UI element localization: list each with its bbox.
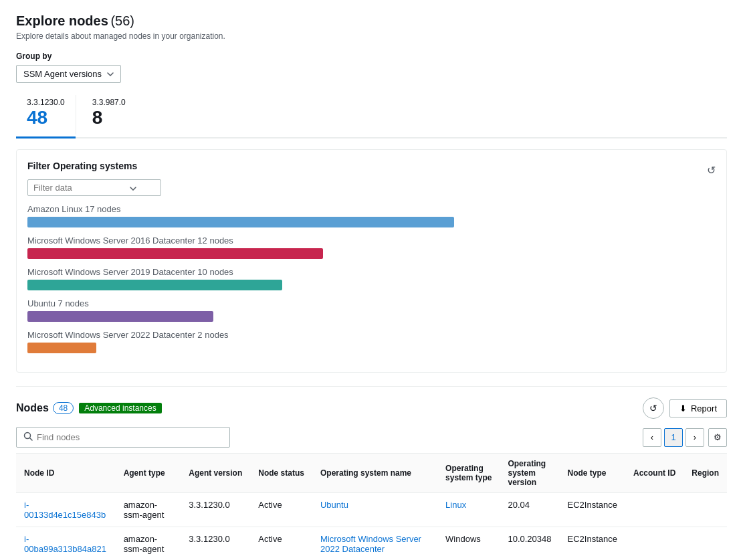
cell-region-1	[683, 527, 727, 561]
report-button[interactable]: ⬇ Report	[669, 399, 727, 417]
os-bar-3	[27, 311, 213, 322]
svg-line-1	[30, 438, 33, 441]
cell-node-status-1: Active	[250, 527, 312, 561]
version-tab-count-0: 48	[27, 107, 65, 128]
group-by-dropdown[interactable]: SSM Agent versions	[16, 65, 121, 83]
table-row: i-00133d4e1c15e843b amazon-ssm-agent 3.3…	[16, 493, 727, 527]
os-label-4: Microsoft Windows Server 2022 Datacenter…	[27, 330, 716, 340]
group-by-value: SSM Agent versions	[23, 69, 102, 79]
cell-node-type-1: EC2Instance	[560, 527, 625, 561]
filter-dropdown-arrow-icon	[130, 183, 136, 193]
nodes-header-row: Nodes 48 Advanced instances	[16, 402, 162, 414]
page-title: Explore nodes	[16, 13, 108, 28]
nodes-count-badge: 48	[53, 402, 74, 414]
os-bar-4	[27, 343, 96, 353]
nodes-table: Node ID Agent type Agent version Node st…	[16, 453, 727, 560]
table-header-row: Node ID Agent type Agent version Node st…	[16, 454, 727, 493]
cell-agent-version-0: 3.3.1230.0	[181, 493, 250, 527]
next-page-button[interactable]: ›	[685, 428, 704, 447]
version-tab-1[interactable]: 3.3.987.0 8	[82, 92, 136, 138]
col-account-id: Account ID	[625, 454, 683, 493]
cell-os-version-1: 10.0.20348	[500, 527, 559, 561]
os-bar-2	[27, 280, 282, 290]
table-row: i-00ba99a313b84a821 amazon-ssm-agent 3.3…	[16, 527, 727, 561]
col-node-type: Node type	[560, 454, 625, 493]
cell-account-id-1	[625, 527, 683, 561]
filter-card: Filter Operating systems ↺ Amazon Linux …	[16, 149, 727, 373]
os-chart-section: Amazon Linux 17 nodes Microsoft Windows …	[27, 204, 716, 353]
col-agent-version: Agent version	[181, 454, 250, 493]
os-row-3: Ubuntu 7 nodes	[27, 298, 716, 322]
os-name-link-0[interactable]: Ubuntu	[320, 500, 348, 510]
pagination: ‹ 1 ›	[643, 428, 704, 447]
cell-account-id-0	[625, 493, 683, 527]
page-title-count: (56)	[110, 13, 134, 28]
cell-agent-type-0: amazon-ssm-agent	[116, 493, 181, 527]
divider	[16, 386, 727, 387]
version-tab-separator	[76, 95, 76, 134]
cell-agent-type-1: amazon-ssm-agent	[116, 527, 181, 561]
node-id-link-1[interactable]: i-00ba99a313b84a821	[24, 534, 106, 554]
os-label-3: Ubuntu 7 nodes	[27, 298, 716, 308]
cell-node-id-1: i-00ba99a313b84a821	[16, 527, 116, 561]
report-label: Report	[691, 403, 717, 413]
cell-os-version-0: 20.04	[500, 493, 559, 527]
os-label-0: Amazon Linux 17 nodes	[27, 204, 716, 214]
col-agent-type: Agent type	[116, 454, 181, 493]
nodes-table-wrap: Node ID Agent type Agent version Node st…	[16, 453, 727, 560]
nodes-refresh-button[interactable]: ↺	[643, 397, 664, 419]
os-row-2: Microsoft Windows Server 2019 Datacenter…	[27, 267, 716, 290]
cell-node-id-0: i-00133d4e1c15e843b	[16, 493, 116, 527]
os-row-1: Microsoft Windows Server 2016 Datacenter…	[27, 236, 716, 259]
os-label-2: Microsoft Windows Server 2019 Datacenter…	[27, 267, 716, 277]
cell-region-0	[683, 493, 727, 527]
version-tab-0[interactable]: 3.3.1230.0 48	[16, 92, 76, 138]
current-page-button[interactable]: 1	[664, 428, 683, 447]
refresh-circle-icon: ↺	[649, 403, 657, 413]
col-os-version: Operatingsystemversion	[500, 454, 559, 493]
col-os-name: Operating system name	[312, 454, 437, 493]
cell-os-type-0: Linux	[437, 493, 500, 527]
chevron-down-icon	[107, 71, 114, 78]
page-subtitle: Explore details about managed nodes in y…	[16, 31, 727, 41]
search-bar[interactable]	[16, 427, 230, 448]
version-tab-count-1: 8	[92, 107, 126, 128]
cell-node-status-0: Active	[250, 493, 312, 527]
table-settings-button[interactable]: ⚙	[708, 428, 727, 447]
os-label-1: Microsoft Windows Server 2016 Datacenter…	[27, 236, 716, 246]
download-icon: ⬇	[679, 403, 687, 413]
settings-icon: ⚙	[714, 432, 722, 442]
os-type-link-0[interactable]: Linux	[445, 500, 466, 510]
filter-title: Filter Operating systems	[27, 161, 137, 171]
col-region: Region	[683, 454, 727, 493]
cell-agent-version-1: 3.3.1230.0	[181, 527, 250, 561]
nodes-section-header: Nodes 48 Advanced instances ↺ ⬇ Report	[16, 397, 727, 419]
cell-os-name-1: Microsoft Windows Server 2022 Datacenter	[312, 527, 437, 561]
refresh-button[interactable]: ↺	[707, 164, 716, 177]
search-input[interactable]	[37, 432, 223, 442]
os-row-4: Microsoft Windows Server 2022 Datacenter…	[27, 330, 716, 353]
col-node-status: Node status	[250, 454, 312, 493]
os-name-link-1[interactable]: Microsoft Windows Server 2022 Datacenter	[320, 534, 421, 554]
col-os-type: Operatingsystem type	[437, 454, 500, 493]
version-tabs: 3.3.1230.0 48 3.3.987.0 8	[16, 92, 727, 138]
cell-os-type-1: Windows	[437, 527, 500, 561]
prev-page-button[interactable]: ‹	[643, 428, 661, 447]
version-tab-label-0: 3.3.1230.0	[27, 98, 65, 107]
filter-input-wrap[interactable]	[27, 179, 161, 196]
search-icon	[23, 432, 33, 443]
os-bar-0	[27, 217, 454, 227]
advanced-instances-badge: Advanced instances	[79, 403, 161, 413]
search-pagination-row: ‹ 1 › ⚙	[16, 427, 727, 448]
header-actions: ↺ ⬇ Report	[643, 397, 727, 419]
nodes-title: Nodes	[16, 402, 49, 414]
filter-input[interactable]	[33, 183, 127, 193]
page-container: Explore nodes (56) Explore details about…	[0, 0, 743, 560]
col-node-id: Node ID	[16, 454, 116, 493]
os-row-0: Amazon Linux 17 nodes	[27, 204, 716, 227]
group-by-label: Group by	[16, 52, 727, 61]
cell-node-type-0: EC2Instance	[560, 493, 625, 527]
node-id-link-0[interactable]: i-00133d4e1c15e843b	[24, 500, 106, 520]
os-bar-1	[27, 248, 323, 259]
cell-os-name-0: Ubuntu	[312, 493, 437, 527]
